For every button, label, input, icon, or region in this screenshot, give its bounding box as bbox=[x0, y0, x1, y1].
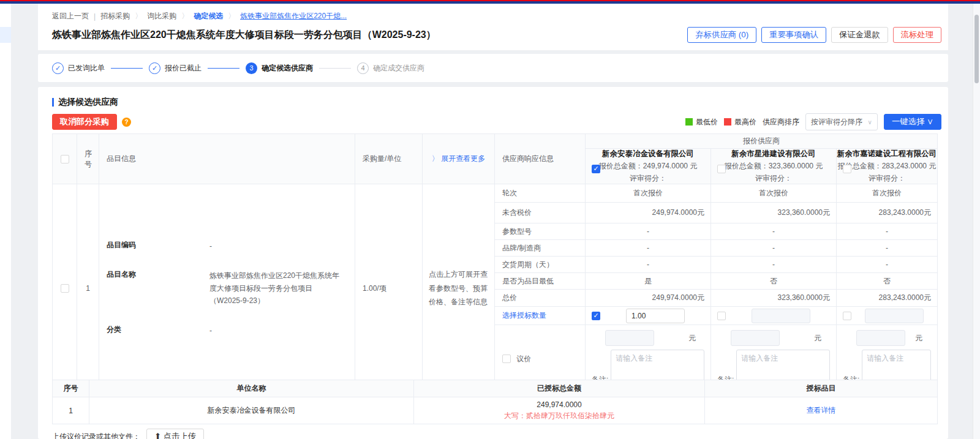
supplier-name: 新余安泰冶金设备有限公司 bbox=[602, 149, 694, 159]
supplier-2-checkbox[interactable] bbox=[717, 165, 726, 173]
step-label: 已发询比单 bbox=[68, 63, 105, 73]
chevron-right-icon: 〉 bbox=[135, 11, 142, 21]
select-all-checkbox[interactable] bbox=[61, 155, 69, 163]
help-icon[interactable]: ? bbox=[122, 118, 131, 127]
abandon-supplier-button[interactable]: 弃标供应商 (0) bbox=[687, 27, 756, 43]
bargain-price-input-2[interactable] bbox=[731, 330, 780, 346]
quote-suppliers-header: 报价供应商 bbox=[586, 134, 938, 149]
row-label-total: 总价 bbox=[495, 290, 586, 307]
step-number-icon: 3 bbox=[246, 62, 257, 74]
expand-more-link[interactable]: 〉 展开查看更多 bbox=[423, 134, 495, 184]
upload-button[interactable]: ⬆ 点击上传 bbox=[146, 429, 204, 439]
award-summary-table: 序号 单位名称 已授标总金额 授标品目 1 新余安泰冶金设备有限公司 249,9… bbox=[52, 380, 938, 424]
supplier-score: 评审得分： bbox=[755, 173, 792, 184]
summary-amount-caps: 大写：贰拾肆万玖仟玖佰柒拾肆元 bbox=[414, 411, 704, 421]
supplier-header-1: 新余安泰冶金设备有限公司 报价总金额：249,974.0000 元 评审得分： bbox=[586, 149, 711, 184]
breadcrumb-item-bidding[interactable]: 招标采购 bbox=[100, 11, 130, 21]
col-qty-unit: 采购量/单位 bbox=[355, 134, 423, 184]
supplier-3-checkbox[interactable] bbox=[843, 165, 851, 173]
cancel-partial-purchase-button[interactable]: 取消部分采购 bbox=[52, 114, 117, 130]
row-label-pretax: 未含税价 bbox=[495, 203, 586, 223]
collapsed-sidebar bbox=[0, 4, 11, 439]
supplier-name: 新余市嘉诺建设工程有限公司 bbox=[837, 149, 937, 159]
expand-link-text[interactable]: 〉 展开查看更多 bbox=[432, 154, 485, 163]
one-click-select-button[interactable]: 一键选择 ∨ bbox=[884, 114, 941, 130]
bargain-price-input-3[interactable] bbox=[856, 330, 905, 346]
deposit-refund-button[interactable]: 保证金退款 bbox=[831, 27, 888, 43]
row-label-delivery: 交货周期（天） bbox=[495, 257, 586, 273]
award-checkbox-1[interactable] bbox=[592, 312, 600, 320]
award-cell-3 bbox=[837, 307, 938, 325]
item-row-checkbox[interactable] bbox=[61, 284, 69, 293]
progress-steps: ✓ 已发询比单 ✓ 报价已截止 3 确定候选供应商 4 确定成交供应商 bbox=[52, 54, 424, 82]
row-label-brand: 品牌/制造商 bbox=[495, 240, 586, 257]
view-detail-link[interactable]: 查看详情 bbox=[807, 406, 836, 415]
item-qty-cell: 1.00/项 bbox=[355, 184, 423, 393]
brand-value: - bbox=[837, 240, 938, 257]
total-value-highest: 323,360.0000元 bbox=[711, 290, 837, 307]
breadcrumb-item-confirm[interactable]: 确定候选 bbox=[194, 11, 223, 21]
chevron-down-icon: ∨ bbox=[868, 119, 872, 126]
supplier-sort-select[interactable]: 按评审得分降序 ∨ bbox=[805, 113, 878, 130]
bargain-price-input-1[interactable] bbox=[605, 330, 654, 346]
breadcrumb-item-inquiry[interactable]: 询比采购 bbox=[147, 11, 176, 21]
legend-lowest: 最低价 bbox=[685, 117, 718, 127]
award-qty-label-link[interactable]: 选择授标数量 bbox=[495, 307, 586, 325]
breadcrumb: 返回上一页 | 招标采购 〉 询比采购 〉 确定候选 〉 炼铁事业部炼焦作业区2… bbox=[52, 11, 347, 21]
check-circle-icon: ✓ bbox=[52, 62, 64, 74]
legend-highest: 最高价 bbox=[724, 117, 756, 127]
summary-amount: 249,974.0000 bbox=[414, 400, 704, 409]
supplier-total: 报价总金额：249,974.0000 元 bbox=[599, 161, 698, 171]
col-supplier-info: 供应商响应信息 bbox=[495, 134, 586, 184]
vertical-scrollbar[interactable] bbox=[973, 4, 980, 439]
item-name-label: 品目名称 bbox=[99, 269, 209, 307]
supplier-1-checkbox[interactable] bbox=[592, 165, 600, 173]
supplier-header-3: 新余市嘉诺建设工程有限公司 报价总金额：283,243.0000 元 评审得分： bbox=[837, 149, 938, 184]
total-value: 283,243.0000元 bbox=[837, 290, 938, 307]
award-qty-input-1[interactable] bbox=[626, 309, 685, 323]
summary-row: 1 新余安泰冶金设备有限公司 249,974.0000 大写：贰拾肆万玖仟玖佰柒… bbox=[53, 397, 938, 424]
breadcrumb-divider: | bbox=[94, 12, 96, 21]
back-link[interactable]: 返回上一页 bbox=[52, 11, 89, 21]
step-confirm-deal: 4 确定成交供应商 bbox=[357, 62, 424, 74]
important-confirm-button[interactable]: 重要事项确认 bbox=[761, 27, 826, 43]
sum-col-amount: 已授标总金额 bbox=[414, 380, 705, 397]
delivery-value: - bbox=[837, 257, 938, 273]
fail-bid-button[interactable]: 流标处理 bbox=[893, 27, 941, 43]
breadcrumb-item-current[interactable]: 炼铁事业部炼焦作业区220干熄... bbox=[240, 11, 347, 21]
expand-hint-cell: 点击上方可展开查看参数型号、预算价格、备注等信息 bbox=[423, 184, 495, 393]
lowest-price-swatch-icon bbox=[685, 118, 693, 126]
pretax-value-lowest: 249,974.0000元 bbox=[586, 203, 711, 223]
item-code-value: - bbox=[209, 240, 217, 252]
summary-detail-cell: 查看详情 bbox=[705, 397, 938, 424]
step-number-icon: 4 bbox=[357, 62, 369, 74]
award-checkbox-2[interactable] bbox=[717, 312, 726, 320]
award-qty-input-2[interactable] bbox=[752, 309, 810, 323]
scrollbar-thumb[interactable] bbox=[974, 15, 979, 83]
sidebar-selected-item[interactable] bbox=[0, 27, 11, 43]
unit-label: 元 bbox=[915, 333, 922, 343]
summary-supplier-name: 新余安泰冶金设备有限公司 bbox=[89, 397, 414, 424]
award-qty-input-3[interactable] bbox=[865, 309, 924, 323]
item-select-cell bbox=[53, 184, 77, 393]
lowest-flag-value: 否 bbox=[711, 273, 837, 290]
bargain-checkbox[interactable] bbox=[502, 355, 511, 363]
summary-seq: 1 bbox=[53, 397, 89, 424]
title-accent-bar bbox=[52, 98, 54, 107]
sum-col-name: 单位名称 bbox=[89, 380, 414, 397]
step-label: 报价已截止 bbox=[165, 63, 202, 73]
upload-label: 上传议价记录或其他文件： bbox=[52, 432, 140, 439]
summary-amount-cell: 249,974.0000 大写：贰拾肆万玖仟玖佰柒拾肆元 bbox=[414, 397, 705, 424]
supplier-total: 报价总金额：323,360.0000 元 bbox=[725, 161, 823, 171]
step-connector bbox=[111, 68, 143, 69]
col-seq: 序号 bbox=[77, 134, 99, 184]
row-label-round: 轮次 bbox=[495, 184, 586, 203]
award-checkbox-3[interactable] bbox=[843, 312, 851, 320]
sum-col-items: 授标品目 bbox=[705, 380, 938, 397]
delivery-value: - bbox=[711, 257, 837, 273]
model-value: - bbox=[586, 223, 711, 240]
step-confirm-candidate: 3 确定候选供应商 bbox=[246, 62, 313, 74]
item-info-cell: 品目编码- 品目名称炼铁事业部炼焦作业区220干熄焦系统年度大修项目标段一劳务分… bbox=[99, 184, 355, 393]
brand-value: - bbox=[586, 240, 711, 257]
sort-selected-value: 按评审得分降序 bbox=[811, 117, 862, 127]
